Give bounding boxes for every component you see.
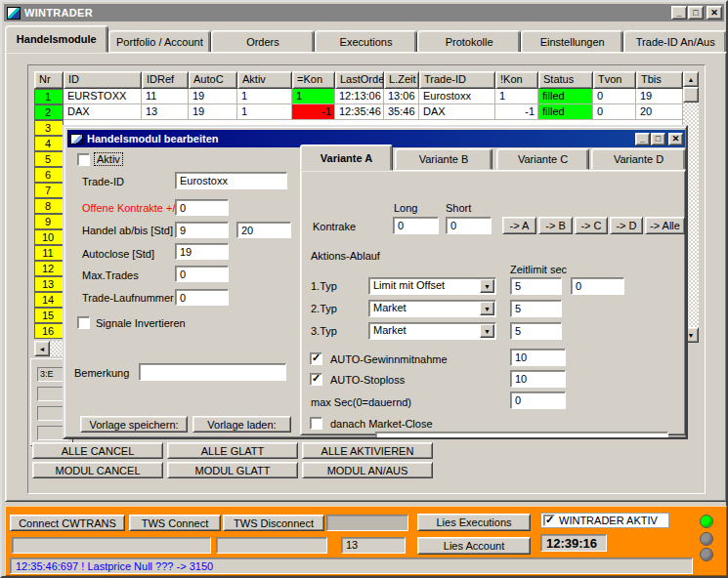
trade-id-input[interactable] bbox=[175, 172, 287, 189]
maximize-icon[interactable]: □ bbox=[688, 6, 704, 20]
grid-header-status[interactable]: Status bbox=[538, 71, 593, 89]
bemerkung-input[interactable] bbox=[139, 363, 286, 381]
grid-cell[interactable]: -1 bbox=[292, 104, 335, 120]
grid-cell[interactable]: 1 bbox=[495, 89, 538, 104]
kontrake-long-input[interactable] bbox=[393, 217, 439, 234]
main-tab-trade-id-an-aus[interactable]: Trade-ID An/Aus bbox=[623, 30, 727, 53]
grid-cell[interactable]: 19 bbox=[636, 89, 683, 104]
variante-tab-variante-a[interactable]: Variante A bbox=[300, 144, 393, 171]
grid-cell[interactable]: 13 bbox=[142, 104, 189, 120]
grid-cell[interactable]: 0 bbox=[593, 89, 636, 104]
trade-laufnummer-input[interactable] bbox=[175, 289, 229, 306]
grid-row-number[interactable]: 6 bbox=[34, 167, 64, 183]
copy-button-alle[interactable]: -> Alle bbox=[645, 217, 685, 234]
grid-cell[interactable]: -1 bbox=[495, 104, 538, 120]
grid-row-number[interactable]: 8 bbox=[34, 198, 64, 214]
grid-cell[interactable]: 1 bbox=[292, 89, 335, 104]
grid-header-nr[interactable]: Nr bbox=[34, 71, 64, 89]
typ-dropdown-2[interactable]: Market▼ bbox=[368, 300, 496, 317]
copy-button-d[interactable]: -> D bbox=[610, 217, 643, 234]
grid-header-lastorde[interactable]: LastOrde bbox=[335, 71, 384, 89]
signale-invertieren-checkbox[interactable] bbox=[77, 316, 90, 329]
autoclose-input[interactable] bbox=[175, 243, 229, 260]
handel-von-input[interactable] bbox=[175, 222, 229, 238]
offene-kontrakte-input[interactable] bbox=[175, 199, 229, 216]
modul-cancel-button[interactable]: MODUL CANCEL bbox=[32, 462, 163, 478]
chevron-down-icon[interactable]: ▼ bbox=[480, 324, 494, 338]
grid-cell[interactable]: 11 bbox=[142, 89, 189, 104]
copy-button-b[interactable]: -> B bbox=[538, 217, 573, 234]
grid-row-number[interactable]: 3 bbox=[34, 120, 64, 136]
scroll-up-icon[interactable]: ▲ bbox=[683, 71, 699, 87]
typ-dropdown-1[interactable]: Limit mit Offset▼ bbox=[368, 277, 496, 295]
main-tab-einstellungen[interactable]: Einstellungen bbox=[521, 30, 624, 53]
main-tab-executions[interactable]: Executions bbox=[315, 30, 418, 53]
grid-cell[interactable]: filled bbox=[538, 104, 593, 120]
grid-cell[interactable]: 2 bbox=[34, 104, 64, 120]
scrollbar-thumb[interactable] bbox=[683, 87, 699, 103]
auto-stoploss-checkbox[interactable] bbox=[310, 373, 322, 386]
grid-row-number[interactable]: 7 bbox=[34, 183, 64, 198]
zeitlimit-input-2[interactable]: 5 bbox=[510, 300, 562, 317]
tws-connect-button[interactable]: TWS Connect bbox=[129, 515, 221, 531]
grid-header-tvon[interactable]: Tvon bbox=[593, 71, 636, 89]
variante-tab-variante-c[interactable]: Variante C bbox=[496, 148, 589, 170]
grid-header-tbis[interactable]: Tbis bbox=[636, 71, 683, 89]
grid-row-number[interactable]: 12 bbox=[34, 261, 64, 276]
scroll-left-icon[interactable]: ◄ bbox=[34, 341, 50, 356]
grid-header-aktiv[interactable]: Aktiv bbox=[237, 71, 292, 89]
chevron-down-icon[interactable]: ▼ bbox=[480, 302, 494, 315]
bottom-clipped-input[interactable] bbox=[375, 432, 668, 439]
main-tab-handelsmodule[interactable]: Handelsmodule bbox=[5, 25, 108, 53]
zeitlimit-input-3[interactable]: 5 bbox=[510, 322, 562, 340]
lies-executions-button[interactable]: Lies Executions bbox=[417, 514, 531, 531]
wintrader-aktiv-checkbox[interactable] bbox=[543, 515, 555, 526]
max-trades-input[interactable] bbox=[175, 266, 229, 282]
grid-cell[interactable]: 20 bbox=[636, 104, 683, 120]
grid-cell[interactable]: 35:46 bbox=[384, 104, 419, 120]
grid-cell[interactable]: 12:13:06 bbox=[335, 89, 384, 104]
grid-cell[interactable]: DAX bbox=[64, 104, 142, 120]
title-bar[interactable]: WINTRADER _ □ ✕ bbox=[4, 4, 724, 21]
grid-cell[interactable]: 19 bbox=[189, 104, 237, 120]
grid-cell[interactable]: filled bbox=[538, 89, 593, 104]
alle-aktivieren-button[interactable]: ALLE AKTIVIEREN bbox=[302, 442, 433, 459]
grid-header-idref[interactable]: IDRef bbox=[142, 71, 189, 89]
danach-market-close-checkbox[interactable] bbox=[310, 417, 322, 430]
copy-button-a[interactable]: -> A bbox=[502, 217, 536, 234]
grid-row-number[interactable]: 11 bbox=[34, 245, 64, 261]
vorlage-speichern-button[interactable]: Vorlage speichern: bbox=[80, 416, 188, 433]
alle-cancel-button[interactable]: ALLE CANCEL bbox=[32, 442, 163, 459]
dialog-maximize-icon[interactable]: □ bbox=[651, 133, 665, 145]
variante-tab-variante-b[interactable]: Variante B bbox=[395, 148, 492, 170]
grid-header-kon[interactable]: =Kon bbox=[292, 71, 335, 89]
grid-cell[interactable]: 13:06 bbox=[384, 89, 419, 104]
lies-account-button[interactable]: Lies Account bbox=[417, 537, 531, 555]
vorlage-laden-button[interactable]: Vorlage laden: bbox=[193, 416, 291, 433]
auto-gewinnmitnahme-checkbox[interactable] bbox=[310, 352, 322, 365]
grid-cell[interactable]: Eurostoxx bbox=[419, 89, 495, 104]
copy-button-c[interactable]: -> C bbox=[575, 217, 608, 234]
modul-glatt-button[interactable]: MODUL GLATT bbox=[167, 462, 298, 478]
main-tab-portfolio-account[interactable]: Portfolio / Account bbox=[108, 30, 212, 53]
typ-dropdown-3[interactable]: Market▼ bbox=[368, 322, 496, 340]
grid-row-number[interactable]: 15 bbox=[34, 308, 64, 323]
close-icon[interactable]: ✕ bbox=[707, 6, 722, 20]
grid-header-kon[interactable]: !Kon bbox=[495, 71, 538, 89]
alle-glatt-button[interactable]: ALLE GLATT bbox=[167, 442, 298, 459]
stoploss-input[interactable] bbox=[510, 370, 566, 388]
grid-row-number[interactable]: 14 bbox=[34, 292, 64, 308]
grid-cell[interactable]: 12:35:46 bbox=[335, 104, 384, 120]
offset-input-1[interactable]: 0 bbox=[571, 277, 624, 295]
grid-row-number[interactable]: 4 bbox=[34, 136, 64, 151]
grid-row-number[interactable]: 16 bbox=[34, 323, 64, 339]
grid-cell[interactable]: 0 bbox=[593, 104, 636, 120]
grid-row-number[interactable]: 13 bbox=[34, 276, 64, 292]
grid-cell[interactable]: 1 bbox=[237, 104, 292, 120]
modul-an-aus-button[interactable]: MODUL AN/AUS bbox=[302, 462, 433, 478]
grid-cell[interactable]: EURSTOXX bbox=[64, 89, 142, 104]
grid-header-autoc[interactable]: AutoC bbox=[189, 71, 237, 89]
dialog-close-icon[interactable]: ✕ bbox=[668, 133, 683, 145]
main-tab-orders[interactable]: Orders bbox=[211, 30, 315, 53]
tws-disconnect-button[interactable]: TWS Disconnect bbox=[223, 515, 324, 531]
